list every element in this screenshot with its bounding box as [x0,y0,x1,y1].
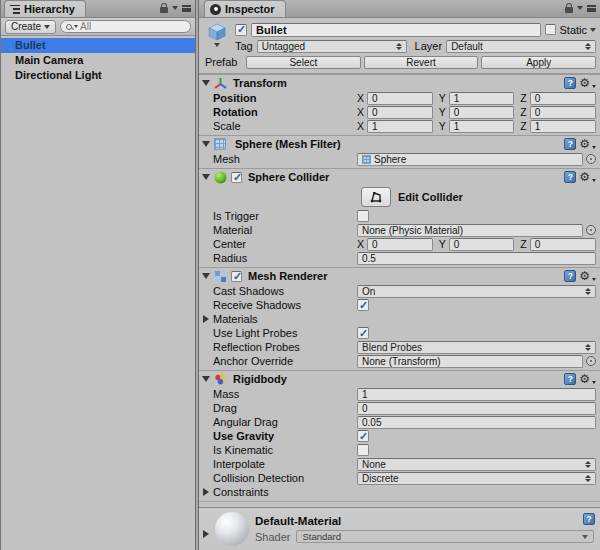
mesh-renderer-header[interactable]: Mesh Renderer ? ⚙ [199,268,600,284]
gear-icon[interactable]: ⚙ [579,77,590,89]
gear-chevron-icon [592,146,596,149]
gear-chevron-icon [592,179,596,182]
angular-drag-field[interactable]: 0.05 [357,416,596,429]
rotation-y-field[interactable]: 0 [449,106,515,119]
transform-header[interactable]: Transform ? ⚙ [199,75,600,91]
panel-menu-icon[interactable] [587,5,596,12]
edit-collider-button[interactable] [361,187,391,207]
drag-field[interactable]: 0 [357,402,596,415]
gear-chevron-icon [592,381,596,384]
chevron-down-icon[interactable] [577,6,583,10]
anchor-override-object-field[interactable]: None (Transform) [357,355,583,368]
position-y-field[interactable]: 1 [449,92,515,105]
search-input[interactable]: All [60,20,191,33]
tab-inspector[interactable]: Inspector [204,0,286,17]
foldout-icon[interactable] [202,174,210,180]
foldout-collapsed-icon[interactable] [203,488,209,496]
receive-shadows-checkbox[interactable] [357,299,369,311]
mesh-icon [362,155,371,164]
collision-detection-dropdown[interactable]: Discrete [357,472,596,485]
help-icon[interactable]: ? [564,77,576,89]
shader-dropdown[interactable]: Standard [296,530,594,543]
gear-icon[interactable]: ⚙ [579,270,590,282]
gameobject-name-field[interactable]: Bullet [251,23,541,37]
position-x-field[interactable]: 0 [367,92,433,105]
component-sphere-collider: Sphere Collider ? ⚙ Edit Collider [199,168,600,267]
material-foldout-icon[interactable] [203,530,209,538]
rotation-x-field[interactable]: 0 [367,106,433,119]
hierarchy-item-bullet[interactable]: Bullet [1,38,195,53]
lock-icon[interactable] [160,7,168,13]
mesh-filter-icon [214,138,226,150]
create-button[interactable]: Create [5,20,56,34]
hierarchy-item-main-camera[interactable]: Main Camera [1,53,195,68]
help-icon[interactable]: ? [564,138,576,150]
prefab-apply-button[interactable]: Apply [481,56,596,69]
center-z-field[interactable]: 0 [530,238,596,251]
center-y-field[interactable]: 0 [449,238,515,251]
layer-dropdown[interactable]: Default [446,40,596,53]
search-icon [66,24,72,30]
static-checkbox[interactable] [545,24,556,35]
component-enabled-checkbox[interactable] [231,172,242,183]
foldout-icon[interactable] [202,273,210,279]
prefab-select-button[interactable]: Select [246,56,361,69]
gear-icon[interactable]: ⚙ [579,138,590,150]
panel-menu-icon[interactable] [182,5,191,12]
sphere-collider-header[interactable]: Sphere Collider ? ⚙ [199,169,600,185]
tag-dropdown[interactable]: Untagged [257,40,407,53]
gameobject-active-checkbox[interactable] [235,24,247,36]
static-label: Static [559,24,587,36]
foldout-icon[interactable] [202,141,210,147]
interpolate-dropdown[interactable]: None [357,458,596,471]
static-flags-chevron-icon[interactable] [590,28,596,32]
object-picker-icon[interactable] [586,225,596,235]
object-picker-icon[interactable] [586,154,596,164]
gear-icon[interactable]: ⚙ [579,171,590,183]
inspector-tab-label: Inspector [225,3,275,15]
component-enabled-checkbox[interactable] [231,271,242,282]
help-icon[interactable]: ? [564,373,576,385]
edit-collider-icon [369,191,383,204]
foldout-icon[interactable] [202,376,210,382]
lock-icon[interactable] [565,7,573,13]
help-icon[interactable]: ? [564,171,576,183]
gameobject-cube-icon[interactable] [207,23,227,41]
search-filter-chevron-icon[interactable] [74,25,78,28]
use-light-probes-checkbox[interactable] [357,327,369,339]
scale-x-field[interactable]: 1 [367,120,433,133]
is-trigger-checkbox[interactable] [357,210,369,222]
sphere-collider-icon [214,171,227,184]
mesh-filter-header[interactable]: Sphere (Mesh Filter) ? ⚙ [199,136,600,152]
tab-hierarchy[interactable]: Hierarchy [4,0,86,17]
scale-z-field[interactable]: 1 [530,120,596,133]
shader-label: Shader [255,531,290,543]
mass-field[interactable]: 1 [357,388,596,401]
rigidbody-header[interactable]: Rigidbody ? ⚙ [199,371,600,387]
radius-field[interactable]: 0.5 [357,252,596,265]
unity-editor-window: Hierarchy Create All Bullet [0,0,600,550]
chevron-down-icon[interactable] [172,6,178,10]
mesh-object-field[interactable]: Sphere [357,153,583,166]
center-x-field[interactable]: 0 [367,238,433,251]
icon-picker-chevron-icon[interactable] [214,43,220,47]
help-icon[interactable]: ? [564,270,576,282]
hierarchy-toolbar: Create All [1,18,195,36]
use-gravity-checkbox[interactable] [357,430,369,442]
help-icon[interactable]: ? [583,513,595,525]
hierarchy-item-directional-light[interactable]: Directional Light [1,68,195,83]
is-kinematic-checkbox[interactable] [357,444,369,456]
rotation-z-field[interactable]: 0 [530,106,596,119]
foldout-icon[interactable] [202,80,210,86]
reflection-probes-dropdown[interactable]: Blend Probes [357,341,596,354]
foldout-collapsed-icon[interactable] [203,315,209,323]
object-picker-icon[interactable] [586,356,596,366]
physic-material-object-field[interactable]: None (Physic Material) [357,224,583,237]
dropdown-arrows-icon [585,43,591,50]
scale-y-field[interactable]: 1 [449,120,515,133]
prefab-revert-button[interactable]: Revert [364,56,479,69]
position-z-field[interactable]: 0 [530,92,596,105]
hierarchy-icon [10,5,20,14]
gear-icon[interactable]: ⚙ [579,373,590,385]
cast-shadows-dropdown[interactable]: On [357,285,596,298]
